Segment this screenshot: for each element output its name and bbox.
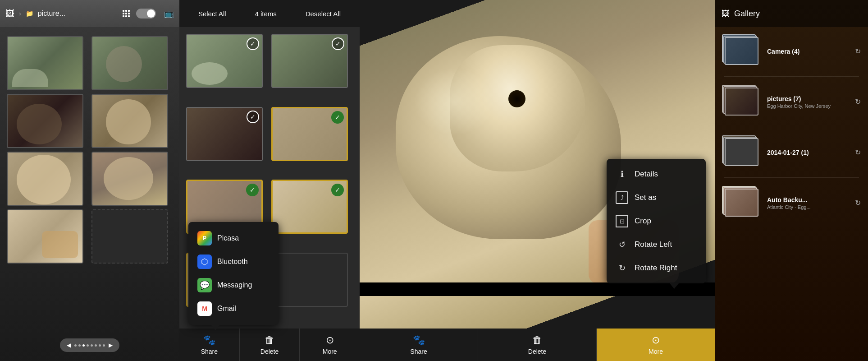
more-label: More [323, 348, 337, 355]
sync-icon: ↻ [855, 199, 861, 207]
photo-toolbar: 🐾 Share 🗑 Delete ⊙ More [360, 329, 715, 361]
divider [724, 76, 859, 77]
album-thumb-back [725, 37, 758, 65]
share-gmail-item[interactable]: M Gmail [188, 297, 279, 320]
context-crop[interactable]: ⊡ Crop [607, 209, 706, 233]
context-details[interactable]: ℹ Details [607, 162, 706, 186]
context-menu: ℹ Details ⤴ Set as ⊡ Crop ↺ Rotate Left … [607, 159, 706, 283]
album-name: Camera (4) [767, 48, 850, 55]
nav-prev-arrow[interactable]: ◀ [67, 342, 71, 348]
photo-thumb[interactable] [91, 94, 168, 148]
share-messaging-item[interactable]: 💬 Messaging [188, 273, 279, 297]
album-thumb-back [725, 88, 758, 116]
nav-next-arrow[interactable]: ▶ [109, 342, 113, 348]
gallery-albums-header: 🖼 Gallery [715, 0, 868, 27]
share-button[interactable]: 🐾 Share [179, 329, 240, 361]
photo-delete-icon: 🗑 [532, 334, 542, 346]
picasa-icon: P [197, 231, 212, 245]
photo-more-label: More [649, 348, 663, 355]
context-set-as[interactable]: ⤴ Set as [607, 186, 706, 209]
photo-thumb[interactable] [7, 36, 83, 90]
share-gmail-label: Gmail [217, 305, 236, 313]
album-name: Auto Backu... [767, 196, 850, 204]
photo-share-icon: 🐾 [413, 334, 425, 346]
rotate-right-icon: ↻ [616, 262, 628, 274]
photo-thumb[interactable] [7, 94, 83, 148]
deselect-all-button[interactable]: Deselect All [306, 10, 341, 18]
album-thumb-back [725, 138, 758, 166]
context-rotate-left[interactable]: ↺ Rotate Left [607, 233, 706, 256]
selectable-photo[interactable]: ✓ [271, 34, 348, 88]
share-bluetooth-item[interactable]: ⬡ Bluetooth [188, 250, 279, 273]
share-picasa-item[interactable]: P Picasa [188, 227, 279, 250]
photo-thumb[interactable] [7, 209, 83, 264]
view-toggle[interactable] [136, 9, 156, 19]
delete-button[interactable]: 🗑 Delete [240, 329, 300, 361]
delete-icon: 🗑 [265, 334, 274, 346]
check-badge-unchecked: ✓ [332, 37, 344, 50]
album-thumbnail-stack [722, 34, 763, 68]
breadcrumb-arrow: › [19, 10, 21, 17]
more-button[interactable]: ⊙ More [300, 329, 360, 361]
album-item[interactable]: Camera (4) ↻ [719, 32, 863, 71]
divider [724, 127, 859, 127]
gallery-icon: 🖼 [5, 9, 14, 19]
album-item[interactable]: Auto Backu... Atlantic City - Egg... ↻ [719, 183, 863, 222]
album-item[interactable]: pictures (7) Egg Harbor City, New Jersey… [719, 82, 863, 121]
details-icon: ℹ [616, 168, 628, 180]
photo-share-button[interactable]: 🐾 Share [360, 329, 478, 361]
breadcrumb-arrow2: 📁 [26, 10, 33, 17]
selectable-photo-selected[interactable]: ✓ [271, 180, 348, 234]
rotate-left-icon: ↺ [616, 238, 628, 251]
grid-view-icon[interactable] [123, 10, 132, 17]
gallery-albums-panel: 🖼 Gallery Camera (4) ↻ [715, 0, 868, 361]
photo-share-label: Share [410, 348, 427, 355]
photo-thumb-empty [91, 209, 168, 264]
selectable-photo[interactable]: ✓ [186, 34, 263, 88]
sync-icon: ↻ [855, 47, 861, 56]
check-badge-checked: ✓ [331, 184, 344, 196]
selectable-photo-selected[interactable]: ✓ [271, 107, 348, 161]
set-as-label: Set as [635, 193, 656, 202]
photo-display-area[interactable]: ℹ Details ⤴ Set as ⊡ Crop ↺ Rotate Left … [360, 0, 715, 329]
breadcrumb-label: picture... [38, 9, 65, 18]
album-info: pictures (7) Egg Harbor City, New Jersey [767, 95, 850, 109]
selectable-photo[interactable] [271, 253, 348, 307]
details-label: Details [635, 170, 658, 179]
photo-thumb[interactable] [91, 152, 168, 206]
select-all-button[interactable]: Select All [198, 10, 226, 18]
album-info: 2014-01-27 (1) [767, 149, 850, 156]
photo-more-button[interactable]: ⊙ More [597, 329, 715, 361]
check-badge-checked: ✓ [246, 184, 259, 196]
context-rotate-right[interactable]: ↻ Rotate Right [607, 256, 706, 280]
album-item[interactable]: 2014-01-27 (1) ↻ [719, 133, 863, 172]
selection-toolbar: 🐾 Share 🗑 Delete ⊙ More [179, 329, 360, 361]
gallery-title: Gallery [734, 9, 760, 19]
gallery-panel: 🖼 › 📁 picture... 📺 [0, 0, 179, 361]
gallery-navigation: ◀ ▶ [60, 338, 119, 352]
delete-label: Delete [260, 348, 279, 355]
items-count: 4 items [255, 10, 276, 18]
gallery-albums-icon: 🖼 [722, 9, 730, 19]
album-info: Auto Backu... Atlantic City - Egg... [767, 196, 850, 210]
rotate-left-label: Rotate Left [635, 240, 672, 249]
photo-delete-button[interactable]: 🗑 Delete [478, 329, 597, 361]
more-icon: ⊙ [326, 334, 334, 346]
divider [724, 177, 859, 178]
cast-icon: 📺 [164, 9, 174, 19]
gmail-icon: M [197, 301, 212, 316]
set-as-icon: ⤴ [616, 191, 628, 204]
gallery-header: 🖼 › 📁 picture... 📺 [0, 0, 179, 27]
check-badge-checked: ✓ [331, 111, 344, 124]
album-location: Egg Harbor City, New Jersey [767, 103, 850, 109]
albums-list: Camera (4) ↻ pictures (7) Egg Harbor Cit… [715, 27, 868, 361]
photo-more-icon: ⊙ [652, 334, 660, 346]
sync-icon: ↻ [855, 148, 861, 157]
rotate-right-label: Rotate Right [635, 264, 677, 273]
selectable-photo[interactable]: ✓ [186, 107, 263, 161]
check-badge-unchecked: ✓ [247, 111, 259, 123]
photo-thumb[interactable] [7, 152, 83, 206]
photo-view-panel: ℹ Details ⤴ Set as ⊡ Crop ↺ Rotate Left … [360, 0, 715, 361]
photo-thumb[interactable] [91, 36, 168, 90]
crop-icon: ⊡ [616, 215, 628, 227]
